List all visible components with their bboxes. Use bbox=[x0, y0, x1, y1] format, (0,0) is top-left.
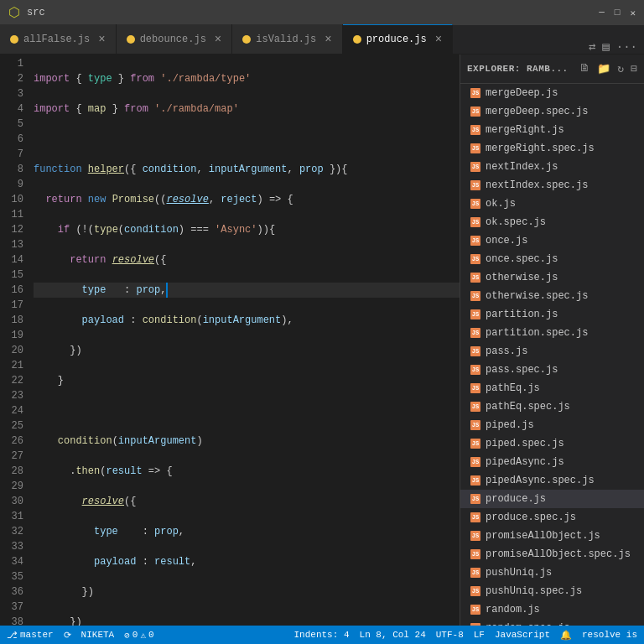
file-item-piped-js[interactable]: JSpiped.js bbox=[460, 416, 644, 434]
file-item-random-spec-js[interactable]: JSrandom.spec.js bbox=[460, 619, 644, 626]
file-item-promiseAllObject-js[interactable]: JSpromiseAllObject.js bbox=[460, 527, 644, 545]
file-item-pass-js[interactable]: JSpass.js bbox=[460, 342, 644, 361]
code-line-14: .then(result => { bbox=[34, 464, 460, 479]
file-item-mergeRight-spec-js[interactable]: JSmergeRight.spec.js bbox=[460, 139, 644, 158]
position-label[interactable]: Ln 8, Col 24 bbox=[360, 630, 426, 640]
file-name: promiseAllObject.js bbox=[486, 530, 600, 542]
tab-debounce[interactable]: debounce.js × bbox=[117, 24, 233, 54]
file-item-ok-js[interactable]: JSok.js bbox=[460, 195, 644, 213]
file-icon: JS bbox=[470, 162, 480, 172]
tab-allFalse-label: allFalse.js bbox=[23, 34, 90, 45]
new-folder-icon[interactable]: 📁 bbox=[597, 62, 610, 75]
file-icon: JS bbox=[470, 254, 480, 264]
collapse-icon[interactable]: ⊟ bbox=[631, 62, 637, 75]
file-name: random.js bbox=[486, 604, 540, 615]
file-item-produce-js[interactable]: JSproduce.js bbox=[460, 490, 644, 508]
file-name: pipedAsync.js bbox=[486, 456, 564, 468]
file-item-pathEq-js[interactable]: JSpathEq.js bbox=[460, 379, 644, 397]
refresh-icon[interactable]: ↻ bbox=[617, 62, 624, 75]
code-line-2: import { map } from './rambda/map' bbox=[34, 101, 460, 117]
new-file-icon[interactable]: 🗎 bbox=[579, 62, 590, 75]
code-line-6: if (!(type(condition) === 'Async')){ bbox=[34, 222, 460, 237]
code-line-11: } bbox=[34, 373, 460, 388]
file-item-partition-js[interactable]: JSpartition.js bbox=[460, 305, 644, 324]
tab-isValid[interactable]: isValid.js × bbox=[232, 24, 342, 54]
file-name: otherwise.js bbox=[486, 272, 558, 283]
editor: 1 2 3 4 5 6 7 8 9 10 11 12 13 14 15 16 1… bbox=[0, 55, 460, 626]
file-name: pushUniq.js bbox=[486, 567, 552, 579]
file-item-once-spec-js[interactable]: JSonce.spec.js bbox=[460, 250, 644, 268]
tab-allFalse[interactable]: allFalse.js × bbox=[0, 24, 117, 54]
tab-debounce-label: debounce.js bbox=[140, 34, 206, 45]
file-icon: JS bbox=[470, 402, 480, 412]
tab-debounce-close[interactable]: × bbox=[215, 33, 221, 46]
warnings-label: 0 bbox=[148, 630, 154, 640]
code-line-8: type : prop, bbox=[34, 283, 460, 298]
file-icon: JS bbox=[470, 291, 480, 301]
error-count[interactable]: ⊘ 0 ⚠ 0 bbox=[124, 630, 153, 641]
sync-status[interactable]: ⟳ bbox=[64, 630, 71, 641]
eol-label[interactable]: LF bbox=[474, 630, 485, 640]
git-branch[interactable]: ⎇ master bbox=[7, 630, 54, 641]
tab-isValid-label: isValid.js bbox=[256, 34, 316, 45]
code-content[interactable]: import { type } from './rambda/type' imp… bbox=[30, 55, 460, 626]
user-name: NIKETA bbox=[81, 630, 115, 640]
tab-isValid-close[interactable]: × bbox=[325, 33, 331, 46]
file-item-pipedAsync-spec-js[interactable]: JSpipedAsync.spec.js bbox=[460, 471, 644, 490]
file-icon: JS bbox=[470, 457, 480, 467]
tab-produce-close[interactable]: × bbox=[435, 33, 442, 46]
close-button[interactable]: ✕ bbox=[630, 8, 636, 18]
bell-icon[interactable]: 🔔 bbox=[560, 630, 572, 641]
user-label: NIKETA bbox=[81, 630, 115, 640]
file-name: pathEq.js bbox=[486, 382, 540, 394]
file-icon: JS bbox=[470, 605, 480, 615]
file-item-mergeDeep-spec-js[interactable]: JSmergeDeep.spec.js bbox=[460, 102, 644, 121]
file-icon: JS bbox=[470, 125, 480, 135]
file-item-nextIndex-spec-js[interactable]: JSnextIndex.spec.js bbox=[460, 176, 644, 195]
sidebar-header: EXPLORER: RAMB... 🗎 📁 ↻ ⊟ bbox=[460, 55, 644, 84]
minimize-button[interactable]: ─ bbox=[599, 8, 605, 18]
file-item-promiseAllObject-spec-js[interactable]: JSpromiseAllObject.spec.js bbox=[460, 545, 644, 564]
code-line-17: payload : result, bbox=[34, 554, 460, 569]
code-line-9: payload : condition(inputArgument), bbox=[34, 313, 460, 328]
file-item-pathEq-spec-js[interactable]: JSpathEq.spec.js bbox=[460, 397, 644, 416]
file-name: partition.js bbox=[486, 309, 558, 320]
file-name: ok.spec.js bbox=[486, 216, 546, 228]
layout-icon[interactable]: ▤ bbox=[602, 39, 609, 54]
tab-allFalse-close[interactable]: × bbox=[98, 33, 105, 46]
file-icon: JS bbox=[470, 273, 480, 283]
file-icon: JS bbox=[470, 106, 480, 117]
maximize-button[interactable]: □ bbox=[615, 8, 621, 18]
language-label[interactable]: JavaScript bbox=[495, 630, 550, 640]
file-item-otherwise-spec-js[interactable]: JSotherwise.spec.js bbox=[460, 287, 644, 305]
split-editor-icon[interactable]: ⇄ bbox=[589, 39, 595, 54]
file-item-ok-spec-js[interactable]: JSok.spec.js bbox=[460, 213, 644, 231]
file-item-mergeRight-js[interactable]: JSmergeRight.js bbox=[460, 121, 644, 139]
file-item-pushUniq-spec-js[interactable]: JSpushUniq.spec.js bbox=[460, 582, 644, 600]
branch-name: master bbox=[20, 630, 54, 640]
git-icon: ⎇ bbox=[7, 630, 18, 641]
file-name: mergeDeep.js bbox=[486, 87, 558, 99]
code-line-16: type : prop, bbox=[34, 524, 460, 539]
file-item-nextIndex-js[interactable]: JSnextIndex.js bbox=[460, 158, 644, 176]
file-item-produce-spec-js[interactable]: JSproduce.spec.js bbox=[460, 508, 644, 527]
file-icon: JS bbox=[470, 217, 480, 227]
file-item-random-js[interactable]: JSrandom.js bbox=[460, 600, 644, 619]
file-icon: JS bbox=[470, 328, 480, 338]
file-item-pass-spec-js[interactable]: JSpass.spec.js bbox=[460, 361, 644, 379]
file-item-mergeDeep-js[interactable]: JSmergeDeep.js bbox=[460, 84, 644, 102]
file-item-partition-spec-js[interactable]: JSpartition.spec.js bbox=[460, 324, 644, 342]
file-name: ok.js bbox=[486, 198, 516, 210]
more-actions-icon[interactable]: ··· bbox=[616, 40, 637, 54]
code-area[interactable]: 1 2 3 4 5 6 7 8 9 10 11 12 13 14 15 16 1… bbox=[0, 55, 460, 626]
encoding-label[interactable]: UTF-8 bbox=[436, 630, 464, 640]
file-item-pushUniq-js[interactable]: JSpushUniq.js bbox=[460, 564, 644, 582]
file-item-once-js[interactable]: JSonce.js bbox=[460, 231, 644, 250]
code-line-5: return new Promise((resolve, reject) => … bbox=[34, 192, 460, 207]
tab-produce[interactable]: produce.js × bbox=[343, 24, 453, 54]
file-item-piped-spec-js[interactable]: JSpiped.spec.js bbox=[460, 434, 644, 453]
file-name: nextIndex.spec.js bbox=[486, 179, 588, 191]
file-item-pipedAsync-js[interactable]: JSpipedAsync.js bbox=[460, 453, 644, 471]
indents-label[interactable]: Indents: 4 bbox=[294, 630, 350, 640]
file-item-otherwise-js[interactable]: JSotherwise.js bbox=[460, 268, 644, 287]
